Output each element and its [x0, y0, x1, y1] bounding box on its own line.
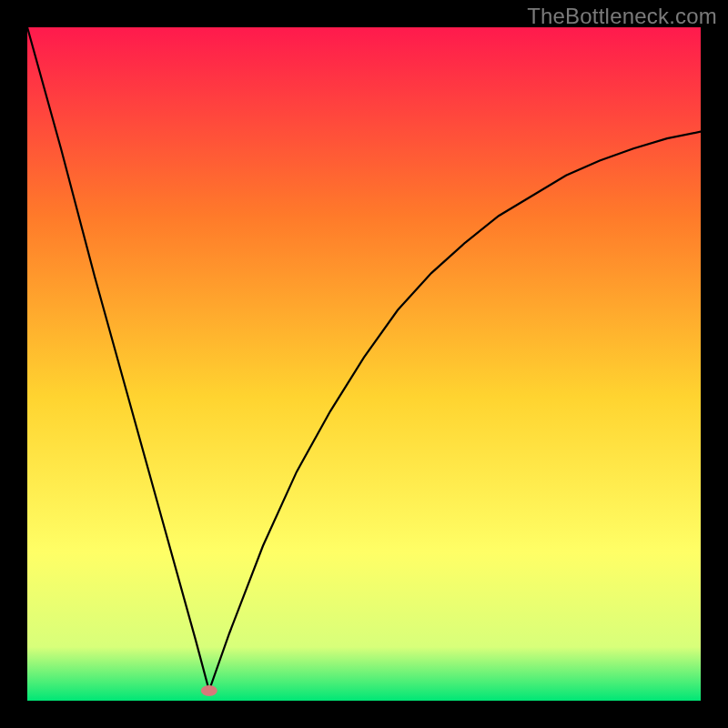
- gradient-background: [27, 27, 701, 701]
- chart-frame: [27, 27, 701, 701]
- chart-svg: [27, 27, 701, 701]
- watermark-text: TheBottleneck.com: [527, 4, 717, 29]
- optimum-marker: [201, 685, 217, 696]
